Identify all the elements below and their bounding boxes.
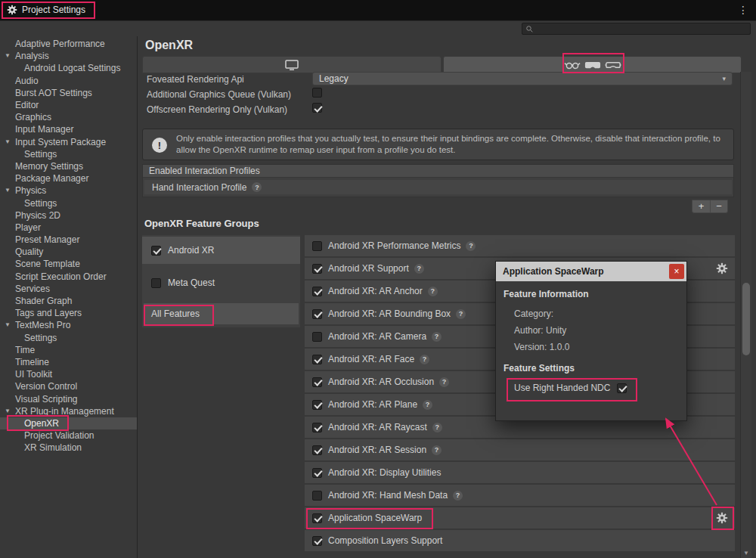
feature-row-android-xr-display-utilities[interactable]: Android XR: Display Utilities [305,462,735,483]
feature-checkbox[interactable] [312,377,322,387]
help-icon[interactable]: ? [466,241,476,251]
foldout-arrow-icon[interactable]: ▼ [5,408,11,414]
sidebar-item-services[interactable]: Services [0,283,137,295]
foldout-arrow-icon[interactable]: ▼ [5,138,11,145]
sidebar-item-visual-scripting[interactable]: Visual Scripting [0,392,137,405]
sidebar-item-label: Package Manager [15,173,88,184]
sidebar-item-quality[interactable]: Quality [0,246,137,258]
sidebar-item-openxr[interactable]: OpenXR [0,417,137,429]
help-icon[interactable]: ? [420,355,429,364]
feature-checkbox[interactable] [312,468,322,478]
feature-checkbox[interactable] [312,264,322,274]
sidebar-item-ui-toolkit[interactable]: UI Toolkit [0,368,137,380]
sidebar-item-physics-2d[interactable]: Physics 2D [0,209,137,222]
offscreen-rendering-only-checkbox[interactable] [312,103,322,113]
feature-group-android-xr[interactable]: Android XR [142,237,300,264]
feature-label: Application SpaceWarp [328,513,422,523]
feature-row-composition-layers-support[interactable]: Composition Layers Support [305,530,735,551]
sidebar-item-scene-template[interactable]: Scene Template [0,258,137,270]
feature-group-checkbox[interactable] [151,246,161,256]
feature-row-android-xr-performance-metrics[interactable]: Android XR Performance Metrics? [305,235,735,256]
help-icon[interactable]: ? [423,400,432,410]
help-icon[interactable]: ? [456,309,466,319]
feature-checkbox[interactable] [312,423,322,432]
sidebar-item-settings[interactable]: Settings [0,197,137,209]
sidebar-item-settings[interactable]: Settings [0,332,137,344]
sidebar-item-input-system-package[interactable]: ▼Input System Package [0,136,137,148]
sidebar-item-preset-manager[interactable]: Preset Manager [0,234,137,246]
remove-profile-button[interactable]: − [710,200,727,212]
help-icon[interactable]: ? [252,182,262,192]
feature-group-meta-quest[interactable]: Meta Quest [142,270,300,296]
sidebar-item-adaptive-performance[interactable]: Adaptive Performance [0,38,137,50]
sidebar-item-project-validation[interactable]: Project Validation [0,429,137,442]
feature-checkbox[interactable] [312,536,322,546]
feature-row-android-xr-hand-mesh-data[interactable]: Android XR: Hand Mesh Data? [305,485,735,506]
sidebar-item-player[interactable]: Player [0,222,137,234]
sidebar-item-burst-aot-settings[interactable]: Burst AOT Settings [0,87,137,99]
vertical-scrollbar[interactable]: ▼ [740,72,751,558]
feature-checkbox[interactable] [312,355,322,364]
sidebar-item-timeline[interactable]: Timeline [0,356,137,368]
foldout-arrow-icon[interactable]: ▼ [5,187,11,194]
scrollbar-thumb[interactable] [742,283,750,355]
use-right-handed-ndc-checkbox[interactable] [617,383,627,393]
sidebar-item-input-manager[interactable]: Input Manager [0,123,137,135]
sidebar-item-package-manager[interactable]: Package Manager [0,172,137,184]
sidebar-item-textmesh-pro[interactable]: ▼TextMesh Pro [0,319,137,331]
foldout-arrow-icon[interactable]: ▼ [5,52,11,59]
sidebar-item-physics[interactable]: ▼Physics [0,184,137,197]
search-input[interactable] [534,24,747,33]
sidebar-item-time[interactable]: Time [0,344,137,356]
sidebar-item-script-execution-order[interactable]: Script Execution Order [0,271,137,283]
help-icon[interactable]: ? [432,332,442,342]
sidebar-item-shader-graph[interactable]: Shader Graph [0,295,137,307]
additional-graphics-queue-checkbox[interactable] [312,88,322,98]
sidebar-item-label: Version Control [15,381,77,392]
foveated-rendering-api-dropdown[interactable]: Legacy ▾ [312,72,733,85]
feature-checkbox[interactable] [312,287,322,296]
sidebar-item-memory-settings[interactable]: Memory Settings [0,160,137,172]
sidebar-item-graphics[interactable]: Graphics [0,111,137,123]
help-icon[interactable]: ? [432,445,442,455]
tab-desktop-platform[interactable] [142,56,442,73]
feature-checkbox[interactable] [312,400,322,410]
feature-checkbox[interactable] [312,241,322,251]
gear-icon[interactable] [716,262,728,274]
sidebar-item-analysis[interactable]: ▼Analysis [0,50,137,62]
sidebar-item-audio[interactable]: Audio [0,75,137,87]
help-icon[interactable]: ? [439,377,449,387]
feature-checkbox[interactable] [312,445,322,455]
sidebar-item-label: Physics 2D [15,210,60,221]
help-icon[interactable]: ? [414,264,424,274]
help-icon[interactable]: ? [428,287,438,296]
all-features-button[interactable]: All Features [144,303,299,324]
feature-checkbox[interactable] [312,332,322,342]
sidebar-item-xr-simulation[interactable]: XR Simulation [0,442,137,454]
scrollbar-down-arrow-icon[interactable]: ▼ [741,550,751,556]
add-profile-button[interactable]: + [692,200,710,212]
help-icon[interactable]: ? [453,491,463,501]
interaction-profile-row[interactable]: Hand Interaction Profile ? [144,180,732,194]
help-icon[interactable]: ? [432,423,442,432]
sidebar-item-xr-plug-in-management[interactable]: ▼XR Plug-in Management [0,405,137,417]
feature-group-checkbox[interactable] [151,278,161,288]
feature-checkbox[interactable] [312,491,322,501]
tab-xr-platform[interactable] [443,56,742,73]
kebab-menu-icon[interactable]: ⋮ [738,4,748,16]
feature-checkbox[interactable] [312,309,322,319]
feature-row-application-spacewarp[interactable]: Application SpaceWarp [305,507,735,529]
feature-row-android-xr-ar-session[interactable]: Android XR: AR Session? [305,439,735,460]
feature-group-label: Meta Quest [168,277,215,288]
gear-icon[interactable] [716,512,728,524]
interaction-profiles-info-box: ! Only enable interaction profiles that … [142,129,734,160]
foldout-arrow-icon[interactable]: ▼ [5,321,11,328]
sidebar-item-editor[interactable]: Editor [0,99,137,111]
sidebar-item-version-control[interactable]: Version Control [0,380,137,392]
sidebar-item-tags-and-layers[interactable]: Tags and Layers [0,307,137,319]
popup-close-button[interactable]: × [669,264,684,279]
sidebar-item-android-logcat-settings[interactable]: Android Logcat Settings [0,62,137,74]
feature-checkbox[interactable] [312,513,322,523]
search-box[interactable] [522,23,751,35]
sidebar-item-settings[interactable]: Settings [0,148,137,160]
